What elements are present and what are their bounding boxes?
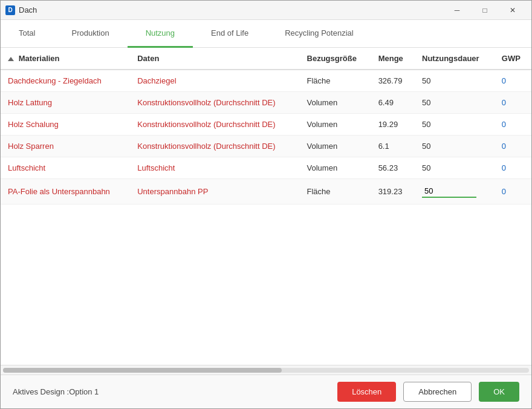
tab-recycling[interactable]: Recycling Potenzial — [267, 20, 371, 48]
app-icon: D — [5, 5, 15, 15]
daten-cell: Dachziegel — [130, 70, 299, 92]
gwp-cell: 0 — [495, 136, 531, 157]
horizontal-scrollbar[interactable] — [1, 365, 531, 375]
col-header-materialien[interactable]: Materialien — [1, 48, 130, 70]
menge-cell: 56.23 — [371, 157, 415, 179]
window-title: Dach — [19, 5, 37, 15]
table-row: LuftschichtLuftschichtVolumen56.23500 — [1, 157, 531, 179]
title-bar-left: D Dach — [5, 5, 37, 15]
col-header-gwp[interactable]: GWP — [495, 48, 531, 70]
content-area: Materialien Daten Bezugsgröße Menge Nutz — [1, 48, 531, 375]
cancel-button[interactable]: Abbrechen — [403, 382, 472, 402]
materialien-cell: Holz Lattung — [1, 92, 130, 114]
table-header-row: Materialien Daten Bezugsgröße Menge Nutz — [1, 48, 531, 70]
gwp-cell: 0 — [495, 70, 531, 92]
minimize-button[interactable]: ─ — [443, 1, 471, 20]
daten-cell: Unterspannbahn PP — [130, 179, 299, 204]
col-header-daten[interactable]: Daten — [130, 48, 299, 70]
nutzungsdauer-cell: 50 — [415, 114, 495, 136]
title-bar: D Dach ─ □ ✕ — [1, 1, 531, 20]
col-header-menge[interactable]: Menge — [371, 48, 415, 70]
materialien-cell: Holz Sparren — [1, 136, 130, 157]
ok-button[interactable]: OK — [479, 382, 519, 402]
daten-cell: Luftschicht — [130, 157, 299, 179]
gwp-cell: 0 — [495, 92, 531, 114]
bezug-cell: Fläche — [300, 70, 371, 92]
footer-buttons: Löschen Abbrechen OK — [337, 382, 519, 402]
tab-total[interactable]: Total — [1, 20, 53, 48]
active-design-label: Aktives Design :Option 1 — [13, 387, 99, 396]
materialien-cell: PA-Folie als Unterspannbahn — [1, 179, 130, 204]
nutzungsdauer-cell: 50 — [415, 136, 495, 157]
gwp-cell: 0 — [495, 157, 531, 179]
nutzungsdauer-cell: 50 — [415, 157, 495, 179]
materialien-cell: Luftschicht — [1, 157, 130, 179]
menge-cell: 19.29 — [371, 114, 415, 136]
tab-nutzung[interactable]: Nutzung — [128, 20, 193, 48]
scrollbar-track — [3, 368, 529, 373]
nutzungsdauer-input[interactable] — [422, 185, 476, 198]
materialien-cell: Dachdeckung - Ziegeldach — [1, 70, 130, 92]
table-row: Holz SchalungKonstruktionsvollholz (Durc… — [1, 114, 531, 136]
main-window: D Dach ─ □ ✕ Total Produktion Nutzung En… — [0, 0, 532, 409]
close-button[interactable]: ✕ — [499, 1, 527, 20]
daten-cell: Konstruktionsvollholz (Durchschnitt DE) — [130, 114, 299, 136]
table-row: Dachdeckung - ZiegeldachDachziegelFläche… — [1, 70, 531, 92]
col-header-nutzungsdauer[interactable]: Nutzungsdauer — [415, 48, 495, 70]
table-container[interactable]: Materialien Daten Bezugsgröße Menge Nutz — [1, 48, 531, 365]
bezug-cell: Volumen — [300, 92, 371, 114]
bezug-cell: Volumen — [300, 114, 371, 136]
daten-cell: Konstruktionsvollholz (Durchschnitt DE) — [130, 92, 299, 114]
menge-cell: 326.79 — [371, 70, 415, 92]
bezug-cell: Volumen — [300, 157, 371, 179]
gwp-cell: 0 — [495, 179, 531, 204]
window-controls: ─ □ ✕ — [443, 1, 527, 20]
menge-cell: 319.23 — [371, 179, 415, 204]
table-row: Holz SparrenKonstruktionsvollholz (Durch… — [1, 136, 531, 157]
sort-arrow-icon — [8, 57, 14, 61]
maximize-button[interactable]: □ — [471, 1, 499, 20]
scrollbar-thumb — [3, 368, 282, 373]
footer: Aktives Design :Option 1 Löschen Abbrech… — [1, 375, 531, 408]
col-header-bezug[interactable]: Bezugsgröße — [300, 48, 371, 70]
bezug-cell: Fläche — [300, 179, 371, 204]
menge-cell: 6.1 — [371, 136, 415, 157]
materialien-cell: Holz Schalung — [1, 114, 130, 136]
tab-produktion[interactable]: Produktion — [53, 20, 127, 48]
tabs-bar: Total Produktion Nutzung End of Life Rec… — [1, 20, 531, 48]
delete-button[interactable]: Löschen — [337, 382, 396, 402]
daten-cell: Konstruktionsvollholz (Durchschnitt DE) — [130, 136, 299, 157]
bezug-cell: Volumen — [300, 136, 371, 157]
nutzungsdauer-cell: 50 — [415, 92, 495, 114]
menge-cell: 6.49 — [371, 92, 415, 114]
tab-end-of-life[interactable]: End of Life — [193, 20, 267, 48]
table-row: Holz LattungKonstruktionsvollholz (Durch… — [1, 92, 531, 114]
gwp-cell: 0 — [495, 114, 531, 136]
data-table: Materialien Daten Bezugsgröße Menge Nutz — [1, 48, 531, 204]
table-row: PA-Folie als UnterspannbahnUnterspannbah… — [1, 179, 531, 204]
nutzungsdauer-cell: 50 — [415, 70, 495, 92]
